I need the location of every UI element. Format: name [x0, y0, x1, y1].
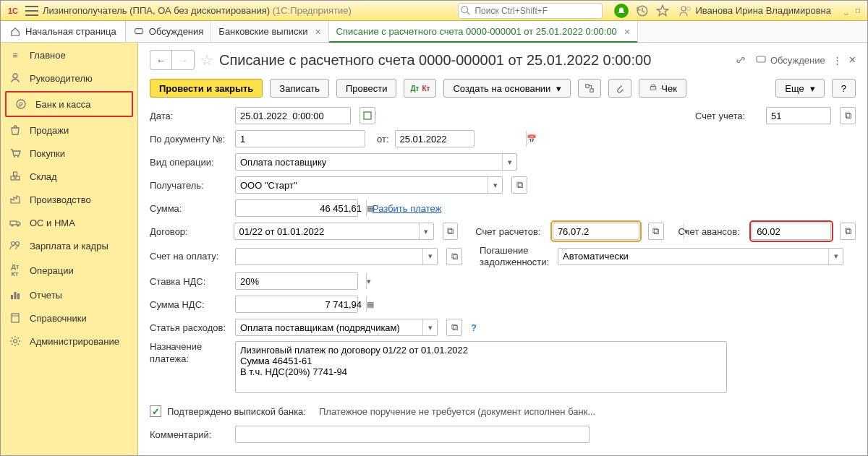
back-button[interactable]: ← — [150, 51, 172, 69]
dropdown-icon[interactable]: ▾ — [488, 177, 502, 193]
dtkt-button[interactable]: ДтКт — [404, 79, 436, 98]
dtkt-icon: ДтКт — [8, 263, 22, 278]
date-ext-button[interactable] — [359, 107, 375, 124]
open-icon[interactable]: ⧉ — [446, 248, 462, 265]
sidebar-item-hr[interactable]: Зарплата и кадры — [1, 234, 137, 257]
comment-input[interactable] — [236, 426, 589, 442]
attach-button[interactable] — [608, 79, 631, 98]
more-label: Еще — [785, 83, 804, 94]
expense-field[interactable]: ▾ — [235, 319, 438, 336]
settle-acc-input[interactable] — [553, 223, 684, 239]
expense-input[interactable] — [236, 319, 422, 335]
dropdown-icon[interactable]: ▾ — [422, 249, 437, 264]
create-based-button[interactable]: Создать на основании▾ — [443, 79, 571, 98]
docdate-field[interactable]: 📅 — [395, 130, 475, 147]
open-icon[interactable]: ⧉ — [840, 223, 856, 240]
date-field[interactable]: 📅 — [235, 107, 351, 124]
sidebar-item-warehouse[interactable]: Склад — [1, 165, 137, 188]
help-icon[interactable]: ? — [471, 322, 477, 333]
tab-home[interactable]: Начальная страница — [1, 21, 126, 42]
close-document-icon[interactable]: × — [849, 53, 856, 66]
save-button[interactable]: Записать — [270, 79, 329, 98]
close-icon[interactable]: × — [315, 26, 320, 38]
debt-field[interactable]: ▾ — [558, 248, 843, 265]
user-area[interactable]: Иванова Ирина Владимировна — [679, 5, 831, 17]
search-input[interactable] — [458, 3, 603, 19]
recipient-input[interactable] — [236, 177, 488, 193]
tab-bank-statements[interactable]: Банковские выписки × — [211, 21, 328, 42]
sidebar-item-admin[interactable]: Администрирование — [1, 330, 137, 353]
check-button[interactable]: Чек — [639, 79, 686, 98]
dropdown-icon[interactable]: ▾ — [422, 319, 437, 335]
purpose-textarea[interactable] — [235, 341, 727, 393]
more-button[interactable]: Еще▾ — [775, 79, 824, 98]
contract-field[interactable]: ▾ — [234, 223, 433, 240]
split-payment-link[interactable]: Разбить платеж — [373, 203, 441, 214]
sidebar-item-manager[interactable]: Руководителю — [1, 66, 137, 90]
dropdown-icon[interactable]: ▾ — [828, 249, 843, 264]
open-icon[interactable]: ⧉ — [446, 319, 462, 336]
minimize-button[interactable]: _ — [841, 6, 851, 16]
calc-icon[interactable]: ▦ — [366, 296, 374, 312]
svg-text:₽: ₽ — [19, 101, 23, 108]
person-icon — [8, 72, 22, 84]
vat-rate-field[interactable]: ▾ — [235, 272, 358, 290]
sidebar-item-catalogs[interactable]: Справочники — [1, 306, 137, 330]
sum-input[interactable] — [236, 200, 366, 216]
comment-field[interactable] — [235, 426, 590, 443]
vat-sum-field[interactable]: ▦ — [235, 296, 358, 313]
dropdown-icon[interactable]: ▾ — [502, 154, 516, 170]
notifications-icon[interactable] — [614, 4, 629, 18]
vat-rate-input[interactable] — [236, 273, 366, 289]
pay-acc-field[interactable]: ▾ — [235, 248, 438, 265]
pay-acc-input[interactable] — [236, 249, 422, 264]
post-button[interactable]: Провести — [336, 79, 397, 98]
page-title: Списание с расчетного счета 0000-000001 … — [219, 52, 728, 69]
op-field[interactable]: ▾ — [235, 153, 517, 171]
docdate-input[interactable] — [396, 131, 526, 147]
maximize-button[interactable]: □ — [853, 6, 863, 16]
op-input[interactable] — [236, 154, 502, 170]
docnum-field[interactable] — [235, 130, 365, 147]
tab-document[interactable]: Списание с расчетного счета 0000-000001 … — [329, 21, 638, 42]
post-close-button[interactable]: Провести и закрыть — [150, 79, 263, 98]
star-icon[interactable] — [656, 4, 669, 17]
history-icon[interactable] — [636, 4, 649, 17]
menu-icon[interactable] — [25, 6, 38, 16]
structure-button[interactable] — [578, 79, 601, 98]
open-icon[interactable]: ⧉ — [648, 223, 664, 240]
advance-acc-field[interactable]: ▾ — [752, 223, 831, 240]
confirmed-checkbox[interactable]: ✓ — [150, 405, 161, 417]
open-icon[interactable]: ⧉ — [443, 223, 459, 240]
tab-discussions[interactable]: Обсуждения — [126, 21, 212, 42]
discussion-button[interactable]: Обсуждение — [754, 54, 825, 66]
sidebar-item-main[interactable]: ≡Главное — [1, 44, 137, 66]
vat-sum-input[interactable] — [236, 296, 366, 312]
account-field[interactable]: ▾ — [766, 107, 831, 124]
dropdown-icon[interactable]: ▾ — [419, 223, 433, 239]
open-icon[interactable]: ⧉ — [511, 176, 527, 194]
docnum-input[interactable] — [236, 131, 366, 147]
sidebar-item-production[interactable]: Производство — [1, 188, 137, 211]
favorite-icon[interactable]: ☆ — [200, 51, 213, 69]
sidebar-item-sales[interactable]: Продажи — [1, 119, 137, 142]
sidebar-item-purchases[interactable]: Покупки — [1, 142, 137, 165]
debt-input[interactable] — [558, 249, 828, 264]
help-button[interactable]: ? — [832, 79, 856, 98]
sidebar-item-bank[interactable]: ₽Банк и касса — [5, 91, 133, 117]
settle-acc-field[interactable]: ▾ — [553, 223, 639, 240]
calendar-icon[interactable]: 📅 — [526, 131, 537, 147]
sum-field[interactable]: ▦ — [235, 199, 358, 217]
close-icon[interactable]: × — [624, 26, 630, 38]
forward-button[interactable]: → — [172, 51, 194, 69]
contract-input[interactable] — [234, 223, 418, 239]
more-menu-icon[interactable]: ⋮ — [833, 55, 842, 66]
date-input[interactable] — [236, 108, 366, 124]
open-icon[interactable]: ⧉ — [840, 107, 856, 124]
dropdown-icon[interactable]: ▾ — [366, 273, 371, 289]
sidebar-item-assets[interactable]: ОС и НМА — [1, 211, 137, 234]
recipient-field[interactable]: ▾ — [235, 176, 503, 194]
sidebar-item-reports[interactable]: Отчеты — [1, 283, 137, 306]
link-icon[interactable] — [734, 53, 747, 66]
sidebar-item-operations[interactable]: ДтКтОперации — [1, 257, 137, 283]
